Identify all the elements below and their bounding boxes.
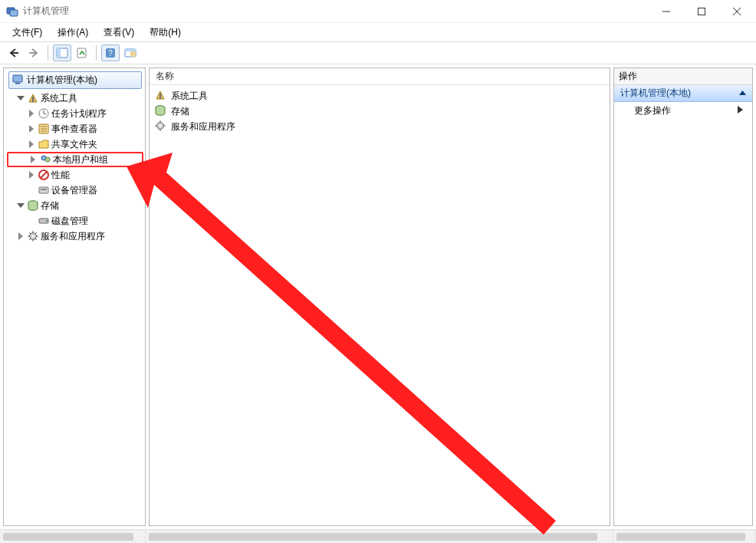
svg-rect-17 [15,83,20,84]
toolbar: ? [0,41,756,64]
storage-icon [27,199,39,212]
tree-label: 任务计划程序 [51,107,107,120]
svg-marker-42 [739,90,746,95]
actions-pane: 操作 计算机管理(本地) 更多操作 [613,67,753,526]
expander-icon[interactable] [16,96,25,100]
title-bar: 计算机管理 [0,0,756,23]
actions-header-label: 操作 [619,70,637,83]
clock-icon [38,107,50,120]
list-item-label: 存储 [171,105,189,118]
users-groups-icon [39,153,51,166]
list-item-services-apps[interactable]: 服务和应用程序 [151,119,608,134]
svg-rect-14 [125,49,136,51]
properties-button[interactable] [73,44,91,61]
window-title: 计算机管理 [23,5,69,18]
computer-management-icon [12,73,24,87]
storage-icon [154,104,166,119]
expander-icon[interactable] [16,203,25,208]
tree-item-event-viewer[interactable]: 事件查看器 [7,121,143,137]
app-icon [6,5,18,18]
window-controls [649,0,754,23]
expander-icon[interactable] [16,232,25,240]
menu-help[interactable]: 帮助(H) [142,25,189,41]
event-viewer-icon [38,123,50,135]
show-hide-tree-button[interactable] [53,44,71,61]
menu-bar: 文件(F) 操作(A) 查看(V) 帮助(H) [0,23,756,41]
tree-root[interactable]: 计算机管理(本地) [8,71,142,89]
menu-view[interactable]: 查看(V) [96,25,142,41]
details-list-pane: 名称 系统工具 存储 服务和应用程序 [149,67,610,526]
svg-point-34 [46,220,48,222]
svg-point-40 [159,124,162,127]
tree-item-local-users-groups[interactable]: 本地用户和组 [7,152,143,167]
nav-forward-button[interactable] [25,44,43,61]
tree-item-task-scheduler[interactable]: 任务计划程序 [7,106,143,121]
minimize-button[interactable] [649,0,684,23]
list-item-storage[interactable]: 存储 [151,104,608,119]
tree-root-label: 计算机管理(本地) [27,74,97,87]
svg-marker-43 [738,106,743,114]
svg-rect-16 [13,75,22,82]
expander-icon[interactable] [27,140,36,148]
expander-icon[interactable] [28,156,38,163]
maximize-button[interactable] [684,0,719,23]
actions-pane-header: 操作 [614,68,752,85]
tree-label: 共享文件夹 [51,138,97,151]
tree-item-system-tools[interactable]: 系统工具 [7,90,143,106]
device-manager-icon [38,184,50,196]
svg-point-27 [45,157,50,162]
tree-item-device-manager[interactable]: 设备管理器 [7,183,143,198]
svg-rect-3 [698,8,705,15]
tree-label: 存储 [41,199,59,212]
disk-management-icon [38,215,50,227]
tree-label: 服务和应用程序 [41,230,105,243]
help-button[interactable]: ? [101,44,120,61]
view-toggle-button[interactable] [121,44,140,61]
list-item-label: 系统工具 [171,90,208,103]
services-icon [154,120,166,134]
close-button[interactable] [719,0,754,23]
chevron-right-icon [738,105,743,116]
tree-item-disk-management[interactable]: 磁盘管理 [7,213,143,229]
svg-rect-37 [159,94,161,99]
collapse-icon [739,88,746,99]
navigation-tree-pane: 计算机管理(本地) 系统工具 任务计划程序 [3,67,146,526]
tree-label: 本地用户和组 [53,153,108,166]
system-tools-icon [27,92,39,104]
tree-label: 磁盘管理 [51,215,88,228]
list-item-label: 服务和应用程序 [171,120,235,133]
nav-back-button[interactable] [5,44,23,61]
horizontal-scrollbar[interactable] [0,529,756,543]
shared-folders-icon [38,138,50,150]
tree-label: 事件查看器 [51,123,97,136]
list-item-system-tools[interactable]: 系统工具 [151,88,608,104]
svg-rect-18 [32,97,34,102]
svg-line-29 [41,172,47,178]
tree-item-shared-folders[interactable]: 共享文件夹 [7,137,143,152]
column-name: 名称 [156,70,174,83]
tree-label: 设备管理器 [51,184,97,197]
tree-item-services-apps[interactable]: 服务和应用程序 [7,229,143,244]
svg-rect-31 [41,189,47,190]
tree-label: 性能 [51,169,70,182]
actions-section-label: 计算机管理(本地) [620,87,691,100]
svg-rect-9 [57,48,61,58]
list-header[interactable]: 名称 [150,68,610,85]
svg-text:?: ? [108,49,113,58]
expander-icon[interactable] [27,171,36,179]
tree-item-storage[interactable]: 存储 [7,198,143,213]
menu-file[interactable]: 文件(F) [5,25,50,41]
expander-icon[interactable] [27,125,36,133]
expander-icon[interactable] [27,110,36,117]
menu-action[interactable]: 操作(A) [50,25,96,41]
tree-label: 系统工具 [41,92,77,105]
services-icon [27,230,39,242]
svg-point-36 [32,235,35,238]
actions-section[interactable]: 计算机管理(本地) [614,85,752,102]
actions-more[interactable]: 更多操作 [614,102,752,119]
svg-rect-1 [10,10,18,16]
svg-rect-15 [130,51,136,57]
actions-more-label: 更多操作 [634,104,671,117]
tree-item-performance[interactable]: 性能 [7,167,143,183]
performance-icon [38,169,50,181]
